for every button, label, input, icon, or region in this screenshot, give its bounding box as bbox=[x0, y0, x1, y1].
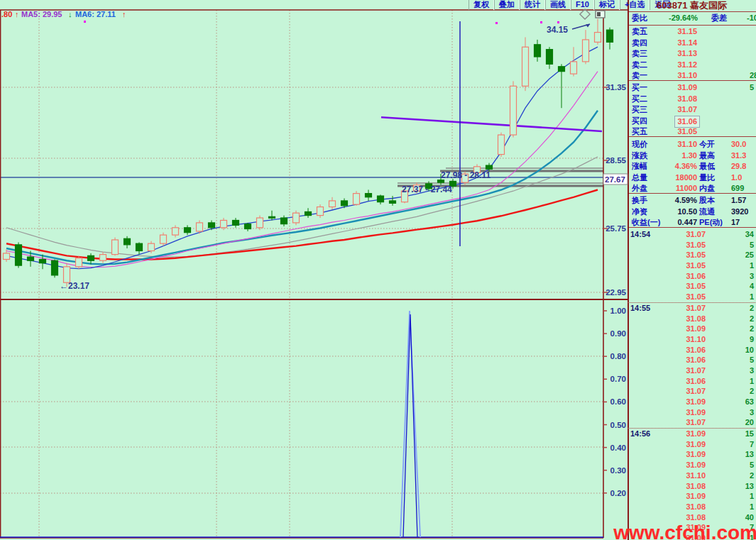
tick-row: 31.073 bbox=[628, 365, 756, 376]
tick-volume: 15 bbox=[745, 429, 754, 439]
separator bbox=[629, 136, 756, 137]
indicator-axis-label: 0.60 bbox=[610, 397, 626, 406]
bid-label: 买五 bbox=[632, 126, 647, 137]
tick-price: 31.08 bbox=[686, 502, 706, 512]
candle-body bbox=[269, 216, 275, 218]
drawing-handle-dot bbox=[557, 21, 559, 23]
toolbar-button-标记[interactable]: 标记 bbox=[594, 0, 620, 10]
toolbar-button-统计[interactable]: 统计 bbox=[520, 0, 545, 10]
boxed-price-label: 27.67 bbox=[605, 175, 625, 184]
toolbar-button-画线[interactable]: 画线 bbox=[545, 0, 571, 10]
indicator-axis-label: 0.20 bbox=[610, 489, 626, 497]
bid-price: 31.05 bbox=[677, 126, 697, 137]
tick-volume: 10 bbox=[745, 345, 754, 356]
candle-body bbox=[281, 218, 287, 224]
ma-prefix-arrow: ↑ bbox=[15, 10, 19, 18]
tick-price: 31.07 bbox=[686, 303, 706, 314]
tick-row: 31.082 bbox=[628, 314, 756, 324]
tick-price: 31.06 bbox=[686, 345, 706, 356]
candle-body bbox=[64, 267, 70, 282]
tick-row: 31.102 bbox=[628, 470, 756, 481]
tick-row: 31.091 bbox=[628, 491, 756, 502]
table-row: 买二31.08 bbox=[628, 94, 756, 104]
tick-price: 31.10 bbox=[686, 334, 706, 345]
kline-chart[interactable]: 31.3528.5525.7522.9527.671.000.900.800.7… bbox=[0, 0, 629, 540]
ma-prefix-label: .80 bbox=[1, 10, 12, 18]
ma5-label: MA5: 29.95 bbox=[21, 10, 62, 18]
table-row: 外盘11000内盘699 bbox=[628, 183, 756, 194]
stat-value: 4.59% bbox=[675, 195, 697, 206]
indicator-axis-label: 1.00 bbox=[610, 307, 626, 315]
tick-row: 31.095 bbox=[628, 460, 756, 470]
ask-price: 31.10 bbox=[677, 70, 697, 81]
tick-volume: 1 bbox=[750, 292, 754, 302]
info-value: 699 bbox=[731, 183, 756, 194]
info-value: 29.8 bbox=[731, 161, 756, 172]
table-row: 收益(一)0.447PE(动)17 bbox=[628, 217, 756, 228]
tick-price: 31.05 bbox=[686, 250, 706, 260]
tick-price: 31.07 bbox=[686, 386, 706, 397]
candle-body bbox=[535, 45, 541, 57]
tick-volume: 2 bbox=[750, 470, 754, 481]
ma-blue-line bbox=[6, 47, 598, 268]
tick-volume: 63 bbox=[745, 397, 754, 407]
candle-body bbox=[197, 223, 203, 231]
toolbar-button-复权[interactable]: 复权 bbox=[469, 0, 494, 10]
candle-body bbox=[4, 253, 10, 260]
candle-body bbox=[571, 62, 577, 74]
tick-volume: 5 bbox=[750, 240, 754, 250]
candle-body bbox=[354, 194, 360, 204]
tick-volume: 1 bbox=[750, 491, 754, 502]
tick-list[interactable]: 14:5431.073431.05531.052531.05131.06331.… bbox=[628, 229, 756, 540]
tick-row: 31.093 bbox=[628, 407, 756, 418]
bid-price: 31.09 bbox=[677, 82, 697, 93]
tick-row: 31.051 bbox=[628, 260, 756, 271]
price-axis-label: 28.55 bbox=[606, 156, 626, 165]
stat-value: 10.50 bbox=[677, 206, 697, 217]
table-row: 买三31.07 bbox=[628, 104, 756, 115]
info-value: 4.36% bbox=[675, 161, 697, 172]
table-row: 卖一31.1028 bbox=[628, 70, 756, 81]
candle-body bbox=[341, 201, 348, 206]
info-label: 涨幅 bbox=[632, 161, 647, 172]
toolbar-button-叠加[interactable]: 叠加 bbox=[494, 0, 520, 10]
tick-volume: 3 bbox=[750, 271, 754, 282]
stat-value: 0.447 bbox=[677, 217, 697, 228]
tick-volume: 5 bbox=[750, 460, 754, 470]
candle-body bbox=[583, 40, 589, 62]
tick-row: 31.097 bbox=[628, 439, 756, 450]
quote-panel: 委比 -29.64% 委差 -10 卖五31.15卖四31.14卖三31.13卖… bbox=[628, 11, 756, 540]
tick-row: 31.092 bbox=[628, 324, 756, 334]
weibi-row: 委比 -29.64% 委差 -10 bbox=[628, 13, 756, 23]
price-axis-label: 31.35 bbox=[606, 83, 626, 92]
tick-volume: 2 bbox=[750, 386, 754, 397]
tick-price: 31.10 bbox=[686, 470, 706, 481]
tick-price: 31.09 bbox=[686, 491, 706, 502]
tick-row: 31.065 bbox=[628, 355, 756, 365]
tick-row: 31.063 bbox=[628, 271, 756, 282]
ask-label: 卖五 bbox=[632, 26, 647, 37]
table-row: 净资10.50流通3920 bbox=[628, 206, 756, 217]
tick-volume: 5 bbox=[750, 355, 754, 365]
tick-volume: 2 bbox=[750, 324, 754, 334]
stat-label: 收益(一) bbox=[632, 217, 660, 228]
tick-price: 31.05 bbox=[686, 260, 706, 271]
ask-price: 31.12 bbox=[677, 60, 697, 70]
diamond-icon[interactable] bbox=[580, 9, 590, 19]
stock-title: 603871 嘉友国际 bbox=[628, 0, 756, 11]
annotation-arrowhead bbox=[586, 24, 590, 28]
table-row: 卖二31.12 bbox=[628, 60, 756, 70]
bid-price: 31.06 bbox=[674, 116, 700, 128]
tick-volume: 34 bbox=[745, 229, 754, 240]
annotation-gap-low: 27.37 - 27.44 bbox=[402, 184, 452, 194]
tick-volume: 3 bbox=[750, 407, 754, 418]
tick-row: 31.0813 bbox=[628, 481, 756, 492]
toolbar-button-F10[interactable]: F10 bbox=[571, 0, 594, 10]
bid-price: 31.08 bbox=[677, 94, 697, 104]
trendline bbox=[381, 117, 602, 131]
tick-volume: 3 bbox=[750, 365, 754, 376]
ask-price: 31.13 bbox=[677, 48, 697, 59]
candle-body bbox=[28, 257, 34, 260]
indicator-axis-label: 0.90 bbox=[610, 329, 626, 338]
tick-volume: 2 bbox=[750, 303, 754, 314]
